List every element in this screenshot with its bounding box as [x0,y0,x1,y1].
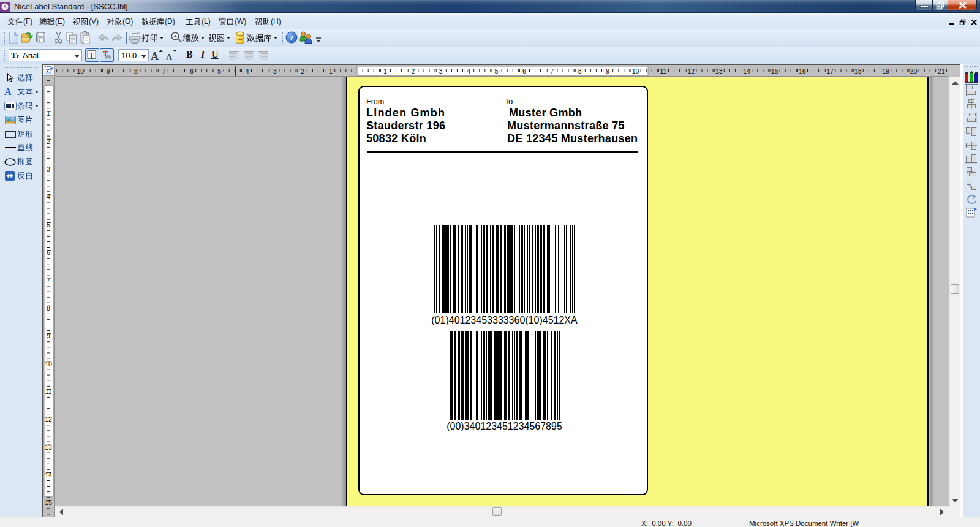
svg-text:T: T [89,51,94,59]
svg-text:19: 19 [882,67,889,75]
svg-text:-1: -1 [326,67,332,75]
svg-text:6: 6 [522,67,526,75]
svg-text:5: 5 [495,67,499,75]
svg-text:A: A [151,50,159,62]
svg-text:-5: -5 [216,67,221,75]
svg-text:?: ? [290,33,294,42]
svg-text:4: 4 [467,67,470,75]
svg-text:13: 13 [715,67,723,75]
svg-text:20: 20 [910,67,918,75]
svg-text:21: 21 [938,67,945,75]
svg-text:A: A [166,53,173,62]
svg-text:7: 7 [550,67,554,75]
svg-text:8: 8 [578,67,582,75]
svg-text:-9: -9 [104,67,110,75]
svg-text:2: 2 [411,67,415,75]
svg-text:15: 15 [45,499,52,506]
svg-text:7: 7 [47,276,50,284]
svg-text:18: 18 [854,67,862,75]
svg-text:3: 3 [439,67,443,75]
svg-text:3: 3 [47,165,50,173]
svg-text:11: 11 [45,388,52,395]
svg-text:S: S [3,4,7,10]
svg-text:16: 16 [799,67,806,75]
svg-text:-10: -10 [75,67,84,75]
svg-text:13: 13 [45,444,52,451]
svg-text:2: 2 [47,138,50,145]
svg-text:-3: -3 [271,67,277,75]
svg-text:6: 6 [47,249,50,256]
svg-text:5: 5 [47,221,50,229]
svg-text:-6: -6 [187,67,193,75]
svg-text:10: 10 [632,67,639,75]
svg-text:10: 10 [45,360,52,368]
svg-text:12: 12 [45,415,52,423]
svg-text:9: 9 [606,67,609,75]
svg-text:-8: -8 [132,67,138,75]
svg-text:4: 4 [47,193,50,200]
svg-text:1: 1 [383,67,387,75]
svg-text:-2: -2 [299,67,304,75]
svg-text:-7: -7 [160,67,165,75]
svg-text:17: 17 [826,67,834,75]
svg-text:15: 15 [771,67,778,75]
svg-text:9: 9 [47,332,50,339]
svg-text:8: 8 [47,305,50,312]
svg-text:14: 14 [743,67,750,75]
svg-text:-4: -4 [243,67,249,75]
svg-text:11: 11 [660,67,666,75]
svg-text:14: 14 [45,471,52,479]
svg-text:1: 1 [47,110,50,117]
svg-text:12: 12 [687,67,695,75]
